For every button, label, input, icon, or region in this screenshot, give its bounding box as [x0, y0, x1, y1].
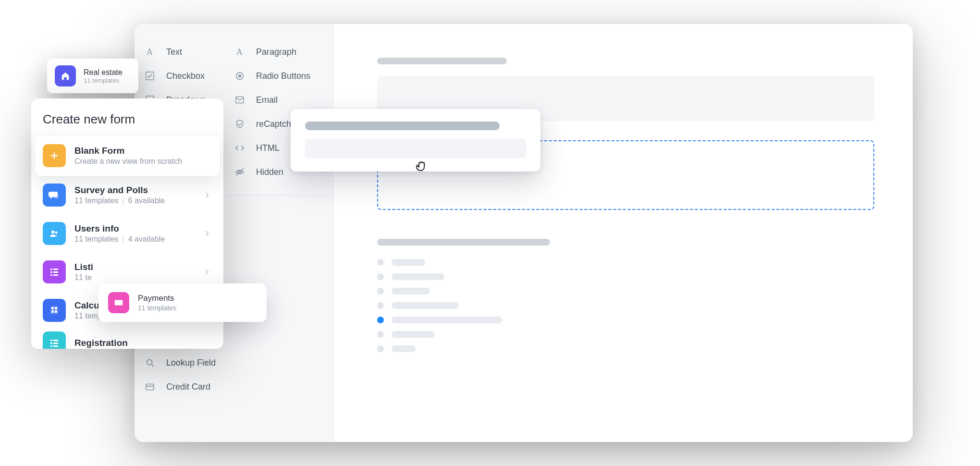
skeleton-radio-row [377, 345, 874, 352]
text-a-icon [144, 46, 156, 58]
home-icon [55, 65, 76, 86]
skeleton-radio-label [392, 288, 430, 294]
skeleton-radio-row [377, 317, 874, 323]
field-label: Paragraph [256, 47, 296, 57]
template-title: Users info [74, 223, 194, 234]
skeleton-radio-dot [377, 259, 384, 266]
app-window: TextCheckboxDropdown ParagraphRadio Butt… [135, 24, 913, 442]
template-title: Blank Form [74, 146, 212, 156]
skeleton-radio-dot [377, 273, 384, 280]
field-paragraph[interactable]: Paragraph [234, 43, 324, 61]
card-icon [144, 381, 156, 392]
template-survey[interactable]: Survey and Polls 11 templates|6 availabl… [31, 176, 223, 214]
field-lookup-field[interactable]: Lookup Field [144, 354, 324, 371]
search-icon [144, 357, 156, 368]
skeleton-radio-dot [377, 317, 384, 323]
template-blank[interactable]: Blank Form Create a new view from scratc… [35, 135, 220, 176]
list-icon [43, 260, 66, 283]
hidden-icon [234, 166, 245, 178]
real-estate-title: Real estate [84, 68, 122, 77]
field-label: Checkbox [166, 71, 205, 81]
field-label: Radio Buttons [256, 71, 310, 81]
text-a-icon [234, 46, 245, 58]
field-label: Hidden [256, 167, 283, 177]
field-label: Email [256, 95, 278, 105]
skeleton-radio-dot [377, 331, 384, 338]
skeleton-radio-label [392, 331, 435, 338]
chevron-right-icon [202, 267, 212, 277]
template-title: Survey and Polls [74, 185, 194, 196]
template-title: Registration [74, 338, 212, 348]
skeleton-radio-label [392, 273, 444, 280]
skeleton-radio-label [392, 317, 502, 323]
plus-icon [43, 144, 66, 167]
field-label: reCaptcha [256, 119, 296, 129]
code-icon [234, 142, 245, 154]
payments-title: Payments [138, 294, 176, 303]
skeleton-radio-row [377, 331, 874, 338]
real-estate-card[interactable]: Real estate 11 templates [47, 59, 138, 93]
skeleton-radio-dot [377, 288, 384, 294]
skeleton-radio-label [392, 302, 459, 309]
skeleton-radio-label [392, 345, 416, 352]
users-icon [43, 222, 66, 245]
skeleton-radio-label [392, 259, 425, 266]
chevron-right-icon [202, 229, 212, 238]
skeleton-field-input [305, 139, 526, 158]
form-canvas [334, 24, 913, 442]
skeleton-radio-row [377, 302, 874, 309]
email-icon [234, 94, 245, 106]
field-text[interactable]: Text [144, 43, 234, 61]
chat-icon [43, 184, 66, 207]
field-email[interactable]: Email [234, 91, 324, 109]
template-sub: 11 templates|4 available [74, 235, 194, 244]
skeleton-radio-row [377, 273, 874, 280]
skeleton-radio-dot [377, 345, 384, 352]
skeleton-radio-row [377, 288, 874, 294]
payments-sub: 11 templates [138, 304, 176, 312]
skeleton-radio-dot [377, 302, 384, 309]
template-usersinfo[interactable]: Users info 11 templates|4 available [31, 214, 223, 253]
template-registration[interactable]: Registration [31, 330, 223, 349]
template-sub: Create a new view from scratch [74, 157, 212, 166]
template-title: Listi [74, 262, 194, 272]
chevron-right-icon [202, 190, 212, 200]
skeleton-radio-row [377, 259, 874, 266]
skeleton-title [377, 58, 507, 64]
reg-icon [43, 331, 66, 349]
calc-icon [43, 299, 66, 322]
card-icon [108, 292, 129, 313]
shield-icon [234, 118, 245, 130]
template-sub: 11 templates|6 available [74, 196, 194, 205]
grab-cursor-icon [414, 159, 429, 173]
field-checkbox[interactable]: Checkbox [144, 67, 234, 85]
real-estate-sub: 11 templates [84, 77, 122, 84]
field-label: Credit Card [166, 382, 210, 392]
field-radio-buttons[interactable]: Radio Buttons [234, 67, 324, 85]
skeleton-radio-title [377, 239, 550, 245]
field-label: Lookup Field [166, 358, 216, 368]
field-credit-card[interactable]: Credit Card [144, 378, 324, 395]
checkbox-icon [144, 70, 156, 82]
field-label: HTML [256, 143, 280, 153]
skeleton-field-label [305, 122, 500, 130]
field-label: Text [166, 47, 182, 57]
radio-icon [234, 70, 245, 82]
payments-card[interactable]: Payments 11 templates [98, 283, 267, 322]
create-form-heading: Create new form [31, 112, 223, 135]
template-sub: 11 te [74, 273, 194, 282]
